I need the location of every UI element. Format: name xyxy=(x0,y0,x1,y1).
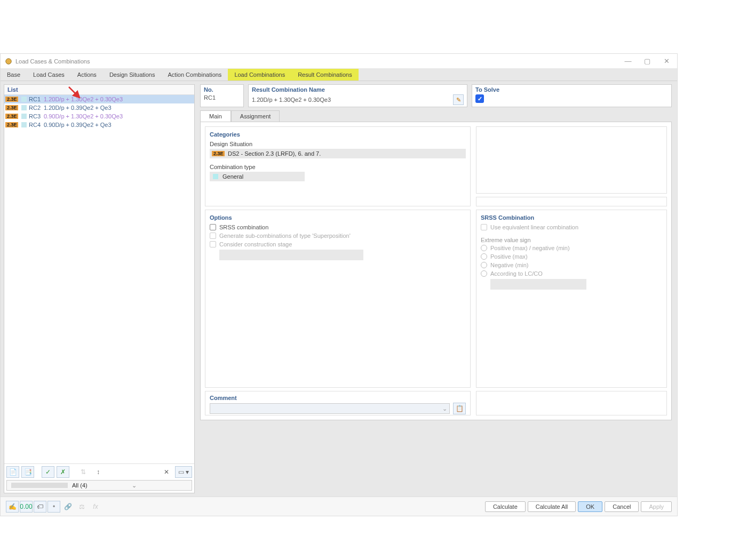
design-situation-value[interactable]: 2.3E DS2 - Section 2.3 (LRFD), 6. and 7. xyxy=(210,149,466,158)
edit-name-icon[interactable]: ✎ xyxy=(453,94,464,105)
solve-field: To Solve ✓ xyxy=(472,84,672,107)
list-row-rc1[interactable]: 2.3E RC1 1.20D/p + 1.30Qe2 + 0.30Qe3 xyxy=(4,95,194,103)
main-tabs: Base Load Cases Actions Design Situation… xyxy=(1,69,677,81)
comment-panel: Comment ⌄ 📋 xyxy=(205,391,471,415)
color-swatch xyxy=(21,114,27,119)
srss-panel: SRSS Combination Use equivalent linear c… xyxy=(476,210,667,388)
tool-fx-icon[interactable]: fx xyxy=(89,501,102,513)
radio-lcco: According to LC/CO xyxy=(481,270,662,277)
radio-icon xyxy=(481,253,487,260)
construction-stage-field xyxy=(219,250,363,260)
tab-action-combinations[interactable]: Action Combinations xyxy=(161,69,228,81)
solve-checkbox[interactable]: ✓ xyxy=(475,94,484,103)
tool-dot-icon[interactable]: • xyxy=(47,501,60,513)
empty-panel-small xyxy=(476,197,667,206)
deselect-all-icon[interactable]: ✗ xyxy=(57,466,69,478)
titlebar: Load Cases & Combinations — ▢ ✕ xyxy=(1,54,677,69)
checkbox-icon xyxy=(210,241,216,247)
construction-check: Consider construction stage xyxy=(210,241,466,247)
tab-load-combinations[interactable]: Load Combinations xyxy=(228,69,291,81)
radio-icon xyxy=(481,270,487,277)
subtab-main[interactable]: Main xyxy=(200,110,231,122)
app-window: Load Cases & Combinations — ▢ ✕ Base Loa… xyxy=(0,53,678,516)
color-swatch xyxy=(21,122,27,127)
comment-input[interactable]: ⌄ xyxy=(210,403,450,414)
list-row-rc3[interactable]: 2.3E RC3 0.90D/p + 1.30Qe2 + 0.30Qe3 xyxy=(4,112,194,121)
minimize-button[interactable]: — xyxy=(622,57,634,65)
equiv-check: Use equivalent linear combination xyxy=(481,224,662,230)
tab-design-situations[interactable]: Design Situations xyxy=(103,69,162,81)
gensub-check: Generate sub-combinations of type 'Super… xyxy=(210,233,466,239)
app-icon xyxy=(5,58,12,65)
tool-units-icon[interactable]: 0.00 xyxy=(20,501,33,513)
calculate-button[interactable]: Calculate xyxy=(485,501,526,512)
tool-weight-icon[interactable]: ⚖ xyxy=(75,501,88,513)
options-panel: Options SRSS combination Generate sub-co… xyxy=(205,210,471,388)
apply-button: Apply xyxy=(641,501,672,512)
ok-button[interactable]: OK xyxy=(578,501,602,512)
checkbox-icon xyxy=(210,224,216,230)
calculate-all-button[interactable]: Calculate All xyxy=(528,501,576,512)
list-pane: List 2.3E RC1 1.20D/p + 1.30Qe2 + 0.30Qe… xyxy=(4,84,195,493)
radio-posneg: Positive (max) / negative (min) xyxy=(481,245,662,251)
new-icon[interactable]: 📄 xyxy=(6,466,19,478)
tab-load-cases[interactable]: Load Cases xyxy=(27,69,71,81)
svg-point-0 xyxy=(6,58,12,64)
filter-dropdown[interactable]: All (4) ⌄ xyxy=(6,480,192,491)
footer: ✍ 0.00 🏷 • 🔗 ⚖ fx Calculate Calculate Al… xyxy=(1,497,677,516)
name-field: Result Combination Name 1.20D/p + 1.30Qe… xyxy=(248,84,467,107)
view-toggle-icon[interactable]: ▭ ▾ xyxy=(175,466,192,478)
filter-swatch xyxy=(11,483,68,488)
no-field: No. RC1 xyxy=(200,84,244,107)
radio-neg: Negative (min) xyxy=(481,262,662,268)
list-body: 2.3E RC1 1.20D/p + 1.30Qe2 + 0.30Qe3 2.3… xyxy=(4,95,194,463)
list-header: List xyxy=(4,85,194,95)
list-row-rc4[interactable]: 2.3E RC4 0.90D/p + 0.39Qe2 + Qe3 xyxy=(4,121,194,129)
radio-icon xyxy=(481,245,487,251)
color-swatch xyxy=(21,97,27,102)
delete-icon[interactable]: ✕ xyxy=(160,466,173,478)
select-all-icon[interactable]: ✓ xyxy=(42,466,54,478)
empty-comment-side xyxy=(476,391,667,415)
tool-link-icon[interactable]: 🔗 xyxy=(61,501,74,513)
maximize-button[interactable]: ▢ xyxy=(641,57,654,65)
radio-pos: Positive (max) xyxy=(481,253,662,260)
lcco-field xyxy=(490,279,586,290)
comment-copy-icon[interactable]: 📋 xyxy=(453,403,466,414)
list-row-rc2[interactable]: 2.3E RC2 1.20D/p + 0.39Qe2 + Qe3 xyxy=(4,103,194,112)
color-swatch xyxy=(21,105,27,110)
categories-panel: Categories Design Situation 2.3E DS2 - S… xyxy=(205,126,471,206)
srss-check[interactable]: SRSS combination xyxy=(210,224,466,230)
radio-icon xyxy=(481,262,487,268)
checkbox-icon xyxy=(210,233,216,239)
combination-type-value[interactable]: General xyxy=(210,172,305,181)
cancel-button[interactable]: Cancel xyxy=(605,501,639,512)
tab-result-combinations[interactable]: Result Combinations xyxy=(291,69,359,81)
tab-actions[interactable]: Actions xyxy=(71,69,103,81)
close-button[interactable]: ✕ xyxy=(660,57,673,65)
reorder-icon[interactable]: ⇅ xyxy=(77,466,90,478)
subtab-assignment[interactable]: Assignment xyxy=(231,110,280,122)
copy-icon[interactable]: 📑 xyxy=(21,466,34,478)
checkbox-icon xyxy=(481,224,487,230)
empty-panel-top xyxy=(476,126,667,194)
tool-wand-icon[interactable]: ✍ xyxy=(6,501,19,513)
details-pane: No. RC1 Result Combination Name 1.20D/p … xyxy=(200,84,672,493)
content-area: List 2.3E RC1 1.20D/p + 1.30Qe2 + 0.30Qe… xyxy=(1,81,677,497)
tab-base[interactable]: Base xyxy=(1,69,27,81)
window-title: Load Cases & Combinations xyxy=(15,58,622,65)
list-toolbar: 📄 📑 ✓ ✗ ⇅ ↕ ✕ ▭ ▾ xyxy=(4,463,194,480)
sort-icon[interactable]: ↕ xyxy=(92,466,105,478)
tool-tag-icon[interactable]: 🏷 xyxy=(34,501,46,513)
